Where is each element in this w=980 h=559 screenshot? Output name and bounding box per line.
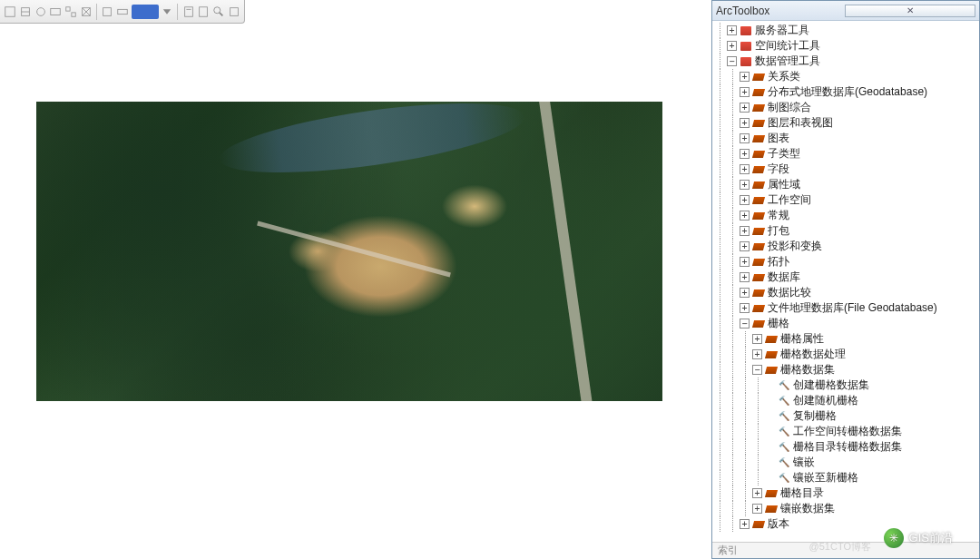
toolset-item[interactable]: +工作空间 — [714, 192, 979, 208]
toolbar-separator-2 — [177, 4, 178, 20]
tool-btn-4[interactable] — [49, 5, 63, 19]
tool-btn-5[interactable] — [64, 5, 78, 19]
tree-item-label: 工作空间转栅格数据集 — [793, 424, 902, 439]
expand-icon[interactable]: + — [740, 257, 750, 267]
tool-btn-7[interactable] — [101, 5, 114, 19]
find-icon[interactable] — [212, 5, 226, 19]
tree-item-label: 子类型 — [768, 146, 800, 162]
hammer-icon — [777, 456, 791, 469]
expand-icon[interactable]: + — [740, 241, 750, 251]
expand-icon[interactable]: + — [740, 303, 750, 313]
expand-icon[interactable]: + — [740, 149, 750, 159]
toolset-icon — [751, 71, 766, 83]
tool-btn-2[interactable] — [19, 5, 33, 19]
expand-icon[interactable]: + — [740, 164, 750, 174]
tool-btn-9[interactable] — [181, 5, 195, 19]
collapse-icon[interactable]: − — [727, 56, 737, 66]
tree-item-label: 投影和变换 — [768, 239, 822, 254]
toolbox-tree[interactable]: +服务器工具+空间统计工具−数据管理工具+关系类+分布式地理数据库(Geodat… — [712, 21, 979, 542]
toolset-icon — [764, 348, 779, 361]
tool-btn-3[interactable] — [34, 5, 47, 19]
toolset-item[interactable]: +属性域 — [714, 177, 979, 192]
expand-icon[interactable]: + — [740, 211, 750, 221]
arctoolbox-panel: ArcToolbox ✕ +服务器工具+空间统计工具−数据管理工具+关系类+分布… — [711, 0, 980, 559]
expand-icon[interactable]: + — [752, 349, 762, 359]
tool-btn-active[interactable] — [132, 5, 159, 19]
expand-icon[interactable]: + — [740, 103, 750, 113]
toolset-item[interactable]: +分布式地理数据库(Geodatabase) — [714, 84, 979, 100]
toolset-item[interactable]: +图层和表视图 — [714, 115, 979, 131]
tree-item-label: 镶嵌数据集 — [780, 501, 835, 516]
collapse-icon[interactable]: − — [752, 365, 762, 375]
tool-item[interactable]: 镶嵌 — [714, 455, 979, 470]
expand-icon[interactable]: + — [740, 180, 750, 190]
tool-item[interactable]: 工作空间转栅格数据集 — [714, 424, 979, 439]
toolset-item[interactable]: +栅格属性 — [714, 331, 979, 347]
map-canvas[interactable] — [36, 102, 662, 401]
toolset-item[interactable]: +常规 — [714, 208, 979, 223]
tool-btn-1[interactable] — [4, 5, 17, 19]
tree-item-label: 镶嵌至新栅格 — [793, 470, 858, 485]
tool-btn-11[interactable] — [227, 5, 240, 19]
expand-icon[interactable]: + — [752, 504, 762, 514]
tool-btn-8[interactable] — [116, 5, 130, 19]
expand-icon[interactable]: + — [752, 334, 762, 344]
toolset-icon — [751, 86, 766, 99]
toolset-item[interactable]: +栅格目录 — [714, 485, 979, 501]
toolset-icon — [764, 487, 779, 500]
expand-icon[interactable]: + — [740, 72, 750, 82]
toolset-item[interactable]: +字段 — [714, 162, 979, 177]
svg-rect-8 — [118, 9, 128, 14]
toolset-item[interactable]: +数据库 — [714, 270, 979, 285]
expand-icon[interactable]: + — [740, 133, 750, 143]
expand-icon[interactable]: + — [752, 488, 762, 498]
expand-icon[interactable]: + — [740, 195, 750, 205]
expand-icon[interactable]: + — [740, 288, 750, 298]
tree-item-label: 图表 — [768, 131, 789, 146]
tree-item-label: 复制栅格 — [793, 408, 837, 424]
tool-item[interactable]: 复制栅格 — [714, 408, 979, 424]
toolset-item[interactable]: +投影和变换 — [714, 239, 979, 254]
toolset-item[interactable]: +镶嵌数据集 — [714, 501, 979, 516]
svg-point-3 — [36, 7, 44, 15]
toolset-item[interactable]: +图表 — [714, 131, 979, 146]
tree-item-label: 工作空间 — [768, 192, 811, 208]
toolset-item[interactable]: +数据比较 — [714, 285, 979, 300]
toolset-item[interactable]: +制图综合 — [714, 100, 979, 115]
toolset-item[interactable]: +打包 — [714, 223, 979, 239]
tool-item[interactable]: 创建栅格数据集 — [714, 378, 979, 393]
hammer-icon — [777, 426, 791, 438]
tree-item-label: 创建栅格数据集 — [793, 378, 869, 393]
toolset-item[interactable]: +文件地理数据库(File Geodatabase) — [714, 300, 979, 316]
expand-icon[interactable]: + — [740, 118, 750, 128]
tool-btn-10[interactable] — [197, 5, 211, 19]
toolset-item[interactable]: +子类型 — [714, 146, 979, 162]
expand-icon[interactable]: + — [740, 519, 750, 529]
tool-item[interactable]: 镶嵌至新栅格 — [714, 470, 979, 485]
tool-btn-6[interactable] — [80, 5, 93, 19]
toolset-item[interactable]: +栅格数据处理 — [714, 347, 979, 362]
toolset-item[interactable]: −栅格 — [714, 316, 979, 331]
expand-icon[interactable]: + — [740, 226, 750, 236]
expand-icon[interactable]: + — [727, 25, 737, 35]
toolset-item[interactable]: −栅格数据集 — [714, 362, 979, 378]
toolset-icon — [751, 225, 766, 238]
tree-item-label: 关系类 — [768, 69, 800, 84]
toolbox-item[interactable]: +空间统计工具 — [714, 38, 979, 54]
toolbox-item[interactable]: −数据管理工具 — [714, 54, 979, 69]
toolbox-item[interactable]: +服务器工具 — [714, 23, 979, 38]
tool-item[interactable]: 栅格目录转栅格数据集 — [714, 439, 979, 455]
tool-item[interactable]: 创建随机栅格 — [714, 393, 979, 408]
expand-icon[interactable]: + — [740, 272, 750, 282]
tree-item-label: 栅格目录转栅格数据集 — [793, 439, 902, 455]
collapse-icon[interactable]: − — [740, 319, 750, 329]
tool-dropdown[interactable] — [161, 5, 174, 19]
close-icon[interactable]: ✕ — [845, 5, 975, 17]
expand-icon[interactable]: + — [740, 87, 750, 97]
toolset-item[interactable]: +关系类 — [714, 69, 979, 84]
toolset-item[interactable]: +拓扑 — [714, 254, 979, 270]
tree-item-label: 镶嵌 — [793, 455, 815, 470]
tree-item-label: 文件地理数据库(File Geodatabase) — [768, 300, 937, 316]
expand-icon[interactable]: + — [727, 41, 737, 51]
toolset-icon — [751, 518, 766, 531]
